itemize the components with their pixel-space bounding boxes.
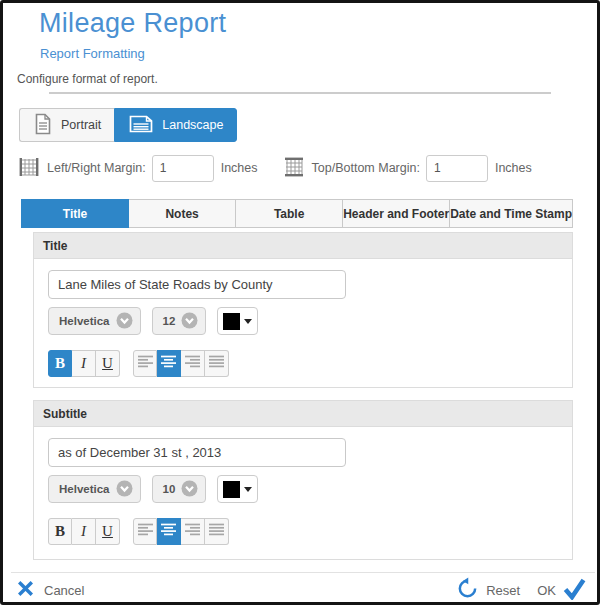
tab-table[interactable]: Table xyxy=(236,199,343,228)
left-right-margin-group: Left/Right Margin: Inches xyxy=(17,155,258,182)
cancel-button[interactable]: Cancel xyxy=(17,580,84,600)
portrait-label: Portrait xyxy=(61,118,101,132)
align-right-icon xyxy=(184,355,201,372)
align-center-icon xyxy=(160,355,177,372)
align-left-icon xyxy=(137,523,154,540)
top-bottom-margin-unit: Inches xyxy=(495,161,532,175)
reset-icon xyxy=(456,577,479,603)
subtitle-align-center-button[interactable] xyxy=(157,518,181,545)
cancel-label: Cancel xyxy=(44,583,84,598)
landscape-button[interactable]: Landscape xyxy=(114,108,237,142)
chevron-down-icon xyxy=(181,480,198,499)
title-align-left-button[interactable] xyxy=(133,350,157,377)
cancel-x-icon xyxy=(17,580,34,600)
title-style-group: B I U xyxy=(48,350,120,377)
orientation-toggle: Portrait Landscape xyxy=(19,108,237,142)
tab-date-and-time-stamp[interactable]: Date and Time Stamp xyxy=(450,199,573,228)
subtitle-align-left-button[interactable] xyxy=(133,518,157,545)
align-justify-icon xyxy=(208,355,225,372)
top-bottom-margin-label: Top/Bottom Margin: xyxy=(312,161,420,175)
landscape-label: Landscape xyxy=(162,118,223,132)
margins-row: Left/Right Margin: Inches Top/Bottom Mar… xyxy=(17,153,532,183)
chevron-down-icon xyxy=(116,312,133,331)
landscape-page-icon xyxy=(128,113,154,138)
title-align-justify-button[interactable] xyxy=(205,350,229,377)
title-font-family-dropdown[interactable]: Helvetica xyxy=(48,307,141,335)
footer-right-actions: Reset OK xyxy=(456,577,587,603)
header-divider xyxy=(49,92,551,94)
subtitle-font-family-dropdown[interactable]: Helvetica xyxy=(48,475,141,503)
subtitle-align-justify-button[interactable] xyxy=(205,518,229,545)
subtitle-font-size-dropdown[interactable]: 10 xyxy=(152,475,207,503)
align-right-icon xyxy=(184,523,201,540)
title-panel-header: Title xyxy=(34,233,572,259)
subtitle-italic-button[interactable]: I xyxy=(72,518,96,545)
description-text: Configure format of report. xyxy=(17,72,158,86)
top-bottom-margin-icon xyxy=(282,155,306,182)
ok-button[interactable]: OK xyxy=(537,577,587,603)
subtitle-panel: Subtitle Helvetica 10 xyxy=(33,400,573,560)
title-bold-button[interactable]: B xyxy=(48,350,72,377)
title-font-color-dropdown[interactable] xyxy=(217,307,258,335)
mileage-report-dialog: Mileage Report Report Formatting Configu… xyxy=(0,0,600,605)
subtitle-panel-header: Subtitle xyxy=(34,401,572,427)
tab-header-and-footer[interactable]: Header and Footer xyxy=(343,199,450,228)
title-align-right-button[interactable] xyxy=(181,350,205,377)
subtitle-font-color-dropdown[interactable] xyxy=(217,475,258,503)
subtitle-style-group: B I U xyxy=(48,518,120,545)
portrait-button[interactable]: Portrait xyxy=(19,108,114,142)
title-font-family-value: Helvetica xyxy=(59,315,110,327)
align-left-icon xyxy=(137,355,154,372)
subtitle-font-size-value: 10 xyxy=(163,483,176,495)
subtitle-bold-button[interactable]: B xyxy=(48,518,72,545)
align-justify-icon xyxy=(208,523,225,540)
left-right-margin-label: Left/Right Margin: xyxy=(47,161,146,175)
tab-notes[interactable]: Notes xyxy=(129,199,236,228)
chevron-down-icon xyxy=(116,480,133,499)
title-panel: Title Helvetica 12 xyxy=(33,232,573,388)
tab-title[interactable]: Title xyxy=(21,199,129,228)
chevron-down-icon xyxy=(181,312,198,331)
color-swatch xyxy=(223,481,240,498)
subtitle-align-group xyxy=(133,518,229,545)
caret-down-icon xyxy=(244,319,252,324)
align-center-icon xyxy=(160,523,177,540)
color-swatch xyxy=(223,313,240,330)
footer-divider xyxy=(11,572,595,573)
title-text-input[interactable] xyxy=(48,270,346,299)
title-italic-button[interactable]: I xyxy=(72,350,96,377)
title-align-group xyxy=(133,350,229,377)
page-subtitle: Report Formatting xyxy=(40,46,145,61)
caret-down-icon xyxy=(244,487,252,492)
top-bottom-margin-group: Top/Bottom Margin: Inches xyxy=(282,155,532,182)
subtitle-font-family-value: Helvetica xyxy=(59,483,110,495)
title-font-size-dropdown[interactable]: 12 xyxy=(152,307,207,335)
top-bottom-margin-input[interactable] xyxy=(426,155,488,182)
subtitle-align-right-button[interactable] xyxy=(181,518,205,545)
subtitle-text-input[interactable] xyxy=(48,438,346,467)
title-align-center-button[interactable] xyxy=(157,350,181,377)
left-right-margin-unit: Inches xyxy=(221,161,258,175)
title-underline-button[interactable]: U xyxy=(96,350,120,377)
subtitle-underline-button[interactable]: U xyxy=(96,518,120,545)
portrait-page-icon xyxy=(33,112,53,139)
reset-label: Reset xyxy=(486,583,520,598)
title-font-size-value: 12 xyxy=(163,315,176,327)
left-right-margin-icon xyxy=(17,155,41,182)
ok-check-icon xyxy=(562,577,587,603)
reset-button[interactable]: Reset xyxy=(456,577,520,603)
left-right-margin-input[interactable] xyxy=(152,155,214,182)
page-title: Mileage Report xyxy=(39,8,226,39)
format-tabs: Title Notes Table Header and Footer Date… xyxy=(21,199,573,228)
ok-label: OK xyxy=(537,583,556,598)
